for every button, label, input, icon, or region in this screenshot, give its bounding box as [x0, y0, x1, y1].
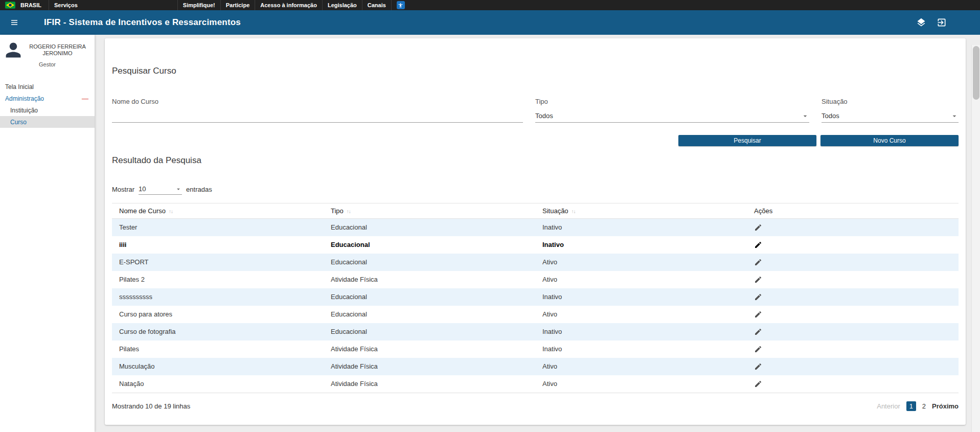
cell-tipo: Atividade Física	[324, 340, 535, 358]
pagination-next[interactable]: Próximo	[932, 402, 959, 410]
cell-acoes	[747, 340, 959, 358]
govbar-link-participe[interactable]: Participe	[220, 0, 255, 10]
table-row: ssssssssss Educacional Inativo	[112, 288, 959, 306]
vlibras-accessibility-icon[interactable]	[397, 1, 405, 9]
cell-situacao: Inativo	[535, 340, 747, 358]
sort-icon[interactable]: ↑↓	[169, 209, 173, 214]
cell-nome: Pilates 2	[112, 271, 324, 288]
layers-icon[interactable]	[915, 16, 927, 29]
sidebar-item-instituicao[interactable]: Instituição	[0, 104, 95, 116]
chevron-down-icon	[801, 112, 809, 120]
column-header-acoes: Ações	[747, 203, 959, 219]
cell-tipo: Educacional	[324, 288, 535, 306]
entradas-label: entradas	[186, 186, 212, 193]
scrollbar-thumb[interactable]	[973, 46, 979, 100]
sidebar: ROGERIO FERREIRA JERONIMO Gestor Tela In…	[0, 35, 95, 432]
situacao-label: Situação	[822, 98, 959, 105]
pagination-page-1[interactable]: 1	[906, 401, 916, 411]
tipo-field: Tipo Todos	[535, 98, 809, 123]
avatar	[4, 41, 22, 59]
table-row: Pilates Atividade Física Inativo	[112, 340, 959, 358]
edit-icon[interactable]	[754, 293, 762, 301]
edit-icon[interactable]	[754, 328, 762, 336]
edit-icon[interactable]	[754, 310, 762, 319]
edit-icon[interactable]	[754, 345, 762, 353]
user-block: ROGERIO FERREIRA JERONIMO Gestor	[0, 35, 95, 73]
logout-exit-icon[interactable]	[936, 16, 948, 29]
govbar: BRASIL Serviços Simplifique! Participe A…	[0, 0, 980, 10]
edit-icon[interactable]	[754, 241, 762, 249]
header-icons	[915, 16, 948, 29]
cell-acoes	[747, 358, 959, 375]
situacao-select[interactable]: Todos	[822, 109, 959, 123]
govbar-link-canais[interactable]: Canais	[362, 0, 392, 10]
edit-icon[interactable]	[754, 223, 762, 232]
cell-nome: Tester	[112, 219, 324, 236]
pagination-previous[interactable]: Anterior	[877, 402, 900, 410]
edit-icon[interactable]	[754, 380, 762, 388]
cell-situacao: Ativo	[535, 358, 747, 375]
sort-icon[interactable]: ↑↓	[572, 209, 576, 214]
edit-icon[interactable]	[754, 362, 762, 371]
cell-acoes	[747, 219, 959, 236]
user-name: ROGERIO FERREIRA JERONIMO	[25, 43, 90, 57]
edit-icon[interactable]	[754, 276, 762, 284]
sidebar-item-curso[interactable]: Curso	[0, 116, 95, 128]
nome-curso-input[interactable]	[112, 109, 523, 123]
table-row: Curso para atores Educacional Ativo	[112, 306, 959, 323]
table-row: Musculação Atividade Física Ativo	[112, 358, 959, 375]
govbar-link-simplifique[interactable]: Simplifique!	[177, 0, 220, 10]
govbar-link-legislacao[interactable]: Legislação	[322, 0, 362, 10]
brazil-flag-icon	[5, 2, 15, 9]
pagination: Anterior 1 2 Próximo	[877, 401, 959, 411]
page-size-row: Mostrar 10 entradas	[112, 184, 959, 195]
results-table: Nome de Curso↑↓ Tipo↑↓ Situação↑↓ Ações …	[112, 203, 959, 393]
table-row: Curso de fotografia Educacional Inativo	[112, 323, 959, 340]
novo-curso-button[interactable]: Novo Curso	[821, 135, 959, 146]
pesquisar-button[interactable]: Pesquisar	[678, 135, 816, 146]
tipo-label: Tipo	[535, 98, 809, 105]
govbar-brand[interactable]: BRASIL	[5, 0, 45, 10]
column-header-nome: Nome de Curso↑↓	[112, 203, 324, 219]
hamburger-menu-icon[interactable]	[7, 16, 21, 29]
search-section-title: Pesquisar Curso	[112, 66, 959, 76]
sidebar-item-tela-inicial[interactable]: Tela Inicial	[0, 81, 95, 93]
page-size-select[interactable]: 10	[139, 184, 182, 195]
cell-nome: Pilates	[112, 340, 324, 358]
table-footer: Mostrando 10 de 19 linhas Anterior 1 2 P…	[112, 393, 959, 411]
table-row: iiii Educacional Inativo	[112, 236, 959, 254]
table-header-row: Nome de Curso↑↓ Tipo↑↓ Situação↑↓ Ações	[112, 203, 959, 219]
cell-tipo: Educacional	[324, 236, 535, 254]
content-card: Pesquisar Curso Nome do Curso Tipo Todos	[105, 38, 966, 425]
edit-icon[interactable]	[754, 258, 762, 266]
cell-acoes	[747, 236, 959, 254]
column-header-situacao: Situação↑↓	[535, 203, 747, 219]
cell-situacao: Ativo	[535, 306, 747, 323]
cell-acoes	[747, 288, 959, 306]
collapse-minus-icon[interactable]: —	[82, 95, 88, 102]
table-row: Natação Atividade Física Ativo	[112, 375, 959, 393]
pagination-page-2[interactable]: 2	[922, 402, 926, 410]
cell-tipo: Educacional	[324, 219, 535, 236]
cell-tipo: Atividade Física	[324, 375, 535, 393]
govbar-link-servicos[interactable]: Serviços	[49, 0, 83, 10]
user-role: Gestor	[4, 61, 90, 67]
sort-icon[interactable]: ↑↓	[347, 209, 351, 214]
govbar-brand-label[interactable]: BRASIL	[18, 0, 43, 10]
cell-nome: Natação	[112, 375, 324, 393]
table-row: Pilates 2 Atividade Física Ativo	[112, 271, 959, 288]
cell-tipo: Atividade Física	[324, 271, 535, 288]
app-header: IFIR - Sistema de Incentivos e Ressarcim…	[0, 10, 980, 35]
results-table-body: Tester Educacional Inativo iiii Educacio…	[112, 219, 959, 393]
cell-acoes	[747, 271, 959, 288]
sidebar-item-administracao-label: Administração	[5, 95, 44, 102]
scrollbar-track[interactable]	[971, 45, 980, 432]
govbar-link-acesso-informacao[interactable]: Acesso à informação	[255, 0, 322, 10]
cell-nome: iiii	[112, 236, 324, 254]
sidebar-item-administracao[interactable]: Administração —	[0, 93, 95, 104]
cell-tipo: Educacional	[324, 254, 535, 271]
cell-situacao: Inativo	[535, 219, 747, 236]
table-row: E-SPORT Educacional Ativo	[112, 254, 959, 271]
tipo-select[interactable]: Todos	[535, 109, 809, 123]
chevron-down-icon	[175, 186, 182, 193]
